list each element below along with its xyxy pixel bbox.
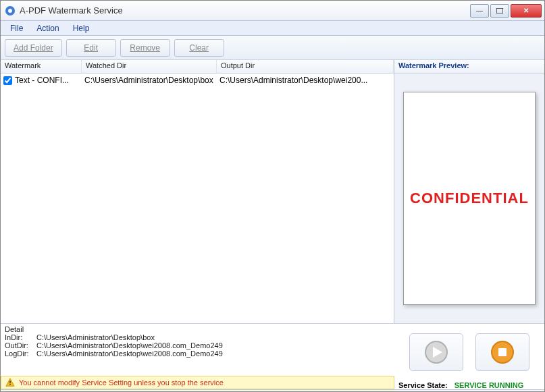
app-icon: [5, 5, 16, 16]
play-icon: [424, 340, 448, 364]
menu-file[interactable]: File: [3, 22, 30, 34]
indir-label: InDir:: [5, 333, 34, 341]
detail-panel: Detail InDir: C:\Users\Administrator\Des…: [1, 324, 394, 376]
close-button[interactable]: ✕: [511, 4, 542, 18]
remove-button[interactable]: Remove: [120, 39, 170, 57]
svg-rect-6: [498, 348, 507, 356]
menu-action[interactable]: Action: [30, 22, 66, 34]
clear-button[interactable]: Clear: [174, 39, 224, 57]
table-pane: Watermark Watched Dir Output Dir Text - …: [1, 60, 394, 323]
service-state-label: Service State:: [398, 381, 448, 389]
logdir-value: C:\Users\Administrator\Desktop\wei2008.c…: [36, 349, 223, 358]
svg-rect-2: [496, 8, 503, 13]
table-body[interactable]: Text - CONFI... C:\Users\Administrator\D…: [1, 74, 394, 323]
preview-page: CONFIDENTIAL: [403, 92, 536, 305]
cell-watched-dir: C:\Users\Administrator\Desktop\box: [82, 76, 217, 85]
watermark-text: CONFIDENTIAL: [410, 190, 529, 207]
outdir-label: OutDir:: [5, 341, 34, 349]
table-header: Watermark Watched Dir Output Dir: [1, 60, 394, 74]
window-controls: ― ✕: [469, 4, 542, 18]
preview-title: Watermark Preview:: [394, 60, 544, 74]
service-controls: [394, 324, 544, 376]
add-folder-button[interactable]: Add Folder: [5, 39, 62, 57]
menu-help[interactable]: Help: [66, 22, 97, 34]
minimize-button[interactable]: ―: [470, 4, 489, 18]
edit-button[interactable]: Edit: [66, 39, 116, 57]
svg-rect-8: [9, 381, 11, 383]
maximize-button[interactable]: [490, 4, 509, 18]
outdir-value: C:\Users\Administrator\Desktop\wei2008.c…: [36, 341, 223, 349]
column-output-dir[interactable]: Output Dir: [217, 60, 394, 73]
window-title: A-PDF Watermark Service: [20, 5, 469, 16]
stop-button[interactable]: [475, 333, 529, 371]
warning-state-row: You cannot modify Service Setting unless…: [1, 376, 544, 389]
play-button[interactable]: [409, 333, 463, 371]
toolbar: Add Folder Edit Remove Clear: [1, 36, 544, 60]
column-watched-dir[interactable]: Watched Dir: [82, 60, 217, 73]
indir-value: C:\Users\Administrator\Desktop\box: [36, 333, 155, 341]
row-checkbox[interactable]: [3, 76, 12, 85]
svg-rect-9: [9, 384, 11, 385]
warning-icon: [5, 378, 15, 387]
cell-output-dir: C:\Users\Administrator\Desktop\wei200...: [217, 76, 394, 85]
warning-text: You cannot modify Service Setting unless…: [19, 379, 224, 387]
preview-body: CONFIDENTIAL: [394, 74, 544, 323]
title-bar: A-PDF Watermark Service ― ✕: [1, 1, 544, 21]
svg-point-1: [8, 9, 12, 13]
stop-icon: [490, 340, 515, 364]
detail-title: Detail: [5, 325, 390, 333]
service-state-value: SERVICE RUNNING: [455, 381, 523, 389]
service-state: Service State: SERVICE RUNNING: [394, 381, 544, 389]
bottom-panel: Detail InDir: C:\Users\Administrator\Des…: [1, 323, 544, 376]
status-bar: A-PDF Watermark Service 服务正在启动 . A-PDF W…: [1, 389, 544, 392]
cell-watermark: Text - CONFI...: [15, 76, 69, 85]
menu-bar: File Action Help: [1, 21, 544, 36]
warning-strip: You cannot modify Service Setting unless…: [1, 376, 394, 389]
preview-pane: Watermark Preview: CONFIDENTIAL: [394, 60, 544, 323]
logdir-label: LogDir:: [5, 349, 34, 358]
table-row[interactable]: Text - CONFI... C:\Users\Administrator\D…: [1, 74, 394, 87]
main-area: Watermark Watched Dir Output Dir Text - …: [1, 60, 544, 323]
column-watermark[interactable]: Watermark: [1, 60, 82, 73]
